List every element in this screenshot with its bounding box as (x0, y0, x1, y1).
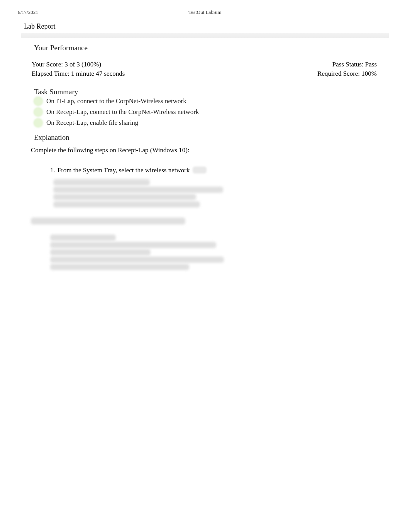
task-text: On Recept-Lap, enable file sharing (46, 119, 138, 127)
blurred-section (0, 175, 410, 207)
step-number: 1. (50, 167, 55, 174)
blurred-content (193, 167, 207, 173)
check-icon (34, 119, 42, 127)
divider (21, 33, 389, 38)
step-text: From the System Tray, select the wireles… (58, 167, 190, 174)
blurred-paragraph (0, 209, 410, 224)
performance-row-1: Your Score: 3 of 3 (100%) Pass Status: P… (0, 52, 410, 68)
task-item: On Recept-Lap, enable file sharing (0, 118, 410, 129)
check-icon (34, 97, 42, 105)
explanation-intro: Complete the following steps on Recept-L… (0, 142, 410, 154)
performance-row-2: Elapsed Time: 1 minute 47 seconds Requir… (0, 68, 410, 78)
task-item: On Recept-Lap, connect to the CorpNet-Wi… (0, 107, 410, 118)
blurred-list (0, 226, 410, 270)
check-icon (34, 108, 42, 116)
score-label: Your Score: 3 of 3 (100%) (32, 61, 101, 68)
task-item: On IT-Lap, connect to the CorpNet-Wirele… (0, 96, 410, 107)
lab-report-title: Lab Report (0, 15, 410, 33)
required-score: Required Score: 100% (317, 70, 377, 78)
elapsed-time: Elapsed Time: 1 minute 47 seconds (32, 70, 125, 78)
page-header: 6/17/2021 TestOut LabSim (0, 0, 410, 15)
pass-status: Pass Status: Pass (332, 61, 377, 68)
step-item: 1. From the System Tray, select the wire… (50, 166, 410, 175)
step-list: 1. From the System Tray, select the wire… (0, 154, 410, 175)
performance-heading: Your Performance (0, 38, 410, 52)
header-app-title: TestOut LabSim (188, 9, 221, 15)
task-summary-heading: Task Summary (0, 78, 410, 96)
task-text: On Recept-Lap, connect to the CorpNet-Wi… (46, 108, 199, 116)
task-text: On IT-Lap, connect to the CorpNet-Wirele… (46, 97, 186, 105)
explanation-heading: Explanation (0, 129, 410, 142)
